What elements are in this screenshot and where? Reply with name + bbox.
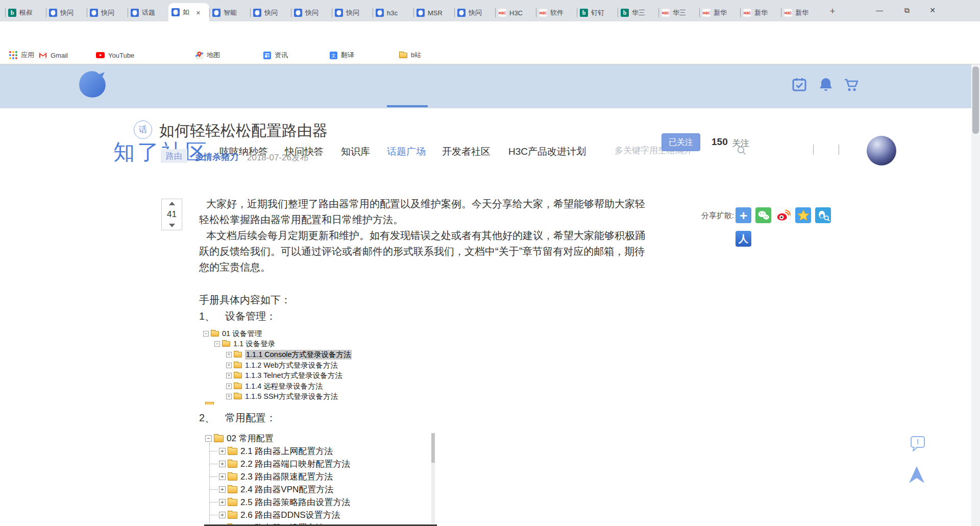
share-more-share-icon[interactable]: + [736,207,751,223]
qzone-share-icon[interactable] [795,207,811,223]
window-restore-button[interactable]: ⧉ [895,0,919,20]
tab[interactable]: 话题 [128,4,168,21]
page-scrollbar-thumb[interactable] [972,66,979,134]
bookmark-item[interactable]: 资讯 [263,49,288,61]
collapse-icon[interactable]: − [203,331,209,337]
tasks-calendar-icon[interactable] [792,78,806,93]
tree-node-label: 2.2 路由器端口映射配置方法 [240,458,350,470]
folder-icon [228,448,237,455]
tree-node[interactable]: +1.1.5 SSH方式登录设备方法 [203,392,372,402]
header-separator [813,145,814,155]
tab[interactable]: 快问 [454,4,495,21]
feedback-bubble-icon[interactable]: ! [910,436,925,454]
tab[interactable]: H3C新华 [740,4,781,21]
folder-sliver [205,402,214,404]
tencent-weibo-share-icon[interactable] [815,207,831,223]
tree-node[interactable]: +2.1 路由器上网配置方法 [205,445,435,458]
h3c-favicon: H3C [498,9,506,17]
tree-node[interactable]: +1.1.3 Telnet方式登录设备方法 [203,370,372,381]
tab[interactable]: H3CH3C [495,4,536,21]
expand-icon[interactable]: + [226,384,232,389]
tab[interactable]: b根叔 [5,4,46,21]
tab[interactable]: H3C新华 [781,4,822,21]
tree-common-config: −02 常用配置+2.1 路由器上网配置方法+2.2 路由器端口映射配置方法+2… [205,432,435,525]
expand-icon[interactable]: + [219,512,226,518]
tree-node-label: 1.1 设备登录 [233,339,275,349]
tree-node[interactable]: −1.1 设备登录 [203,339,372,350]
tab[interactable]: 快问 [291,4,332,21]
tree-node[interactable]: +2.2 路由器端口映射配置方法 [205,458,435,470]
page-scrollbar[interactable] [971,64,980,526]
tree-node[interactable]: −02 常用配置 [205,432,435,445]
bookmark-item[interactable]: YouTube [96,49,134,61]
expand-icon[interactable]: + [219,499,226,506]
follow-button[interactable]: 已关注 [662,133,700,151]
back-to-top-plane-icon[interactable] [908,465,926,487]
zhiliao-favicon [335,9,343,17]
tab[interactable]: h3c [373,4,413,21]
tab[interactable]: b钉钉 [577,4,618,21]
user-avatar[interactable] [867,136,896,165]
tab[interactable]: 快问 [46,4,87,21]
cart-icon[interactable] [843,78,859,94]
topic-badge: 话 [134,121,152,139]
tree-node[interactable]: +2.5 路由器策略路由设置方法 [205,496,435,509]
author-link[interactable]: 多情杀猪刀 [195,151,238,163]
sina-weibo-share-icon[interactable] [775,207,791,223]
tree-node[interactable]: +2.4 路由器VPN配置方法 [205,483,435,496]
bookmark-item[interactable]: Gmail [39,49,68,61]
tab[interactable]: H3C华三 [658,4,699,21]
tab[interactable]: H3C软件 [536,4,577,21]
tab-close-icon[interactable]: × [196,8,201,17]
tab[interactable]: 快问 [332,4,373,21]
vote-down-icon[interactable] [169,224,175,227]
tree-node[interactable]: +1.1.4 远程登录设备方法 [203,381,372,392]
tree-image-scrollbar-thumb[interactable] [431,433,435,463]
expand-icon[interactable]: + [219,461,226,467]
tab-active[interactable]: 如× [168,3,209,21]
vote-up-icon[interactable] [169,202,175,205]
expand-icon[interactable]: + [226,373,232,378]
tree-node[interactable]: +2.6 路由器DDNS设置方法 [205,509,435,521]
renren-share-icon[interactable]: 人 [736,231,751,247]
bookmark-item[interactable]: 文翻译 [330,49,354,61]
tab[interactable]: H3C新华 [699,4,740,21]
nav-item-4[interactable]: 话题广场 [387,145,426,158]
tree-node[interactable]: −01 设备管理 [203,328,372,339]
zhiliao-favicon [457,9,465,17]
bookmark-item[interactable]: 应用 [9,49,34,61]
expand-icon[interactable]: + [226,363,232,368]
zhiliao-logo-icon[interactable] [77,69,108,101]
notifications-bell-icon[interactable] [819,77,833,94]
tab[interactable]: b华三 [618,4,658,21]
tab[interactable]: 快问 [87,4,128,21]
bookmark-item[interactable]: b站 [399,49,421,61]
collapse-icon[interactable]: − [214,341,220,347]
tab[interactable]: 智能 [209,4,250,21]
expand-icon[interactable]: + [226,394,232,399]
expand-icon[interactable]: + [219,486,226,493]
collapse-icon[interactable]: − [205,435,212,442]
tree-node[interactable]: +1.1.1 Console方式登录设备方法 [203,349,372,360]
youtube-icon [96,52,105,58]
tab[interactable]: MSR [413,4,454,21]
expand-icon[interactable]: + [219,448,226,455]
tree-node[interactable]: +1.1.2 Web方式登录设备方法 [203,360,372,371]
topic-tag[interactable]: 路由 [161,149,187,163]
window-close-button[interactable]: ✕ [920,0,945,20]
new-tab-button[interactable]: + [825,5,840,18]
nav-item-6[interactable]: H3C产品改进计划 [508,145,586,158]
bookmark-item[interactable]: 地图 [195,49,220,61]
nav-item-5[interactable]: 开发者社区 [442,145,491,158]
wechat-share-icon[interactable] [755,207,771,223]
tab[interactable]: 快问 [250,4,291,21]
tab-label: 快问 [101,8,121,17]
expand-icon[interactable]: + [226,352,232,357]
bing-favicon: b [8,9,16,17]
tree-image-scrollbar[interactable] [431,433,435,524]
nav-item-3[interactable]: 知识库 [341,145,370,158]
tree-node[interactable]: +2.3 路由器限速配置方法 [205,470,435,483]
expand-icon[interactable]: + [219,473,226,480]
tree-node-label: 1.1.5 SSH方式登录设备方法 [245,392,338,401]
window-minimize-button[interactable]: — [867,0,892,20]
